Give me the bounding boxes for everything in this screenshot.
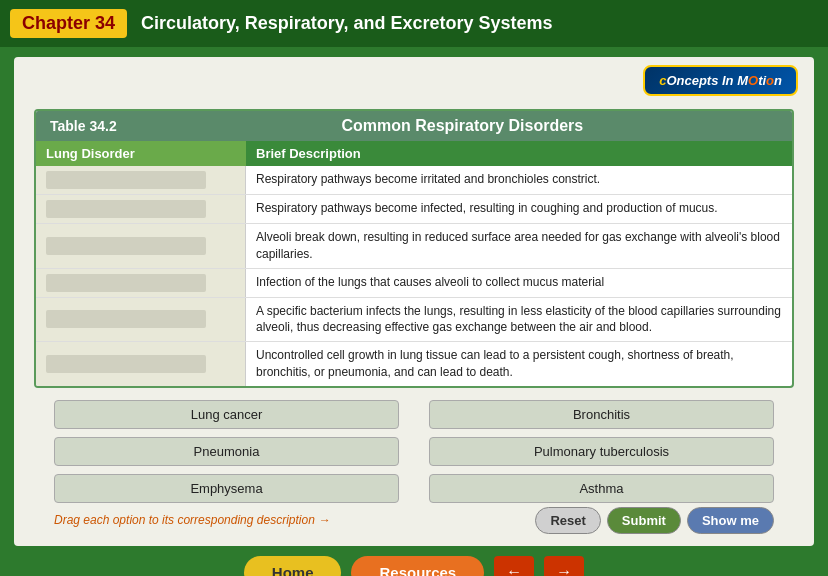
submit-button[interactable]: Submit [607, 507, 681, 534]
table-body: Respiratory pathways become irritated an… [36, 166, 792, 386]
description-cell-1: Respiratory pathways become infected, re… [246, 195, 792, 223]
disorder-cell-3 [36, 269, 246, 297]
main-content: cOncepts In MOtion Table 34.2 Common Res… [14, 57, 814, 546]
description-cell-5: Uncontrolled cell growth in lung tissue … [246, 342, 792, 386]
page-header: Chapter 34 Circulatory, Respiratory, and… [0, 0, 828, 47]
chapter-badge: Chapter 34 [10, 9, 127, 38]
drag-option-lung-cancer[interactable]: Lung cancer [54, 400, 399, 429]
description-cell-0: Respiratory pathways become irritated an… [246, 166, 792, 194]
disorder-cell-2 [36, 224, 246, 268]
show-me-button[interactable]: Show me [687, 507, 774, 534]
resources-button[interactable]: Resources [351, 556, 484, 576]
drag-option-emphysema[interactable]: Emphysema [54, 474, 399, 503]
disorder-cell-4 [36, 298, 246, 342]
header-title: Circulatory, Respiratory, and Excretory … [141, 13, 553, 34]
description-cell-4: A specific bacterium infects the lungs, … [246, 298, 792, 342]
table-label: Table 34.2 [50, 118, 117, 134]
drag-option-pneumonia[interactable]: Pneumonia [54, 437, 399, 466]
disorder-cell-0 [36, 166, 246, 194]
table-row: A specific bacterium infects the lungs, … [36, 298, 792, 343]
drag-option-asthma[interactable]: Asthma [429, 474, 774, 503]
disorder-cell-5 [36, 342, 246, 386]
table-column-headers: Lung Disorder Brief Description [36, 141, 792, 166]
footer-nav: Home Resources ← → [0, 556, 828, 576]
action-buttons: Reset Submit Show me [535, 507, 774, 534]
home-button[interactable]: Home [244, 556, 342, 576]
table-header-row: Table 34.2 Common Respiratory Disorders [36, 111, 792, 141]
col-header-disorder: Lung Disorder [36, 141, 246, 166]
table-row: Uncontrolled cell growth in lung tissue … [36, 342, 792, 386]
disorder-drag-target-2[interactable] [46, 237, 206, 255]
disorder-drag-target-3[interactable] [46, 274, 206, 292]
table-row: Alveoli break down, resulting in reduced… [36, 224, 792, 269]
forward-arrow-button[interactable]: → [544, 556, 584, 576]
col-header-description: Brief Description [246, 141, 792, 166]
description-cell-2: Alveoli break down, resulting in reduced… [246, 224, 792, 268]
disorder-cell-1 [36, 195, 246, 223]
table-row: Infection of the lungs that causes alveo… [36, 269, 792, 298]
table-row: Respiratory pathways become infected, re… [36, 195, 792, 224]
reset-button[interactable]: Reset [535, 507, 600, 534]
disorder-drag-target-5[interactable] [46, 355, 206, 373]
drag-option-pulmonary-tb[interactable]: Pulmonary tuberculosis [429, 437, 774, 466]
back-arrow-button[interactable]: ← [494, 556, 534, 576]
drag-instruction: Drag each option to its corresponding de… [54, 513, 535, 527]
disorder-drag-target-0[interactable] [46, 171, 206, 189]
disorder-drag-target-4[interactable] [46, 310, 206, 328]
drag-options-container: Lung cancerBronchitisPneumoniaPulmonary … [54, 400, 774, 503]
disorder-drag-target-1[interactable] [46, 200, 206, 218]
description-cell-3: Infection of the lungs that causes alveo… [246, 269, 792, 297]
bottom-bar: Drag each option to its corresponding de… [54, 507, 774, 534]
drag-option-bronchitis[interactable]: Bronchitis [429, 400, 774, 429]
table-main-title: Common Respiratory Disorders [147, 117, 778, 135]
respiratory-disorders-table: Table 34.2 Common Respiratory Disorders … [34, 109, 794, 388]
concepts-in-motion-logo: cOncepts In MOtion [643, 65, 798, 96]
table-row: Respiratory pathways become irritated an… [36, 166, 792, 195]
